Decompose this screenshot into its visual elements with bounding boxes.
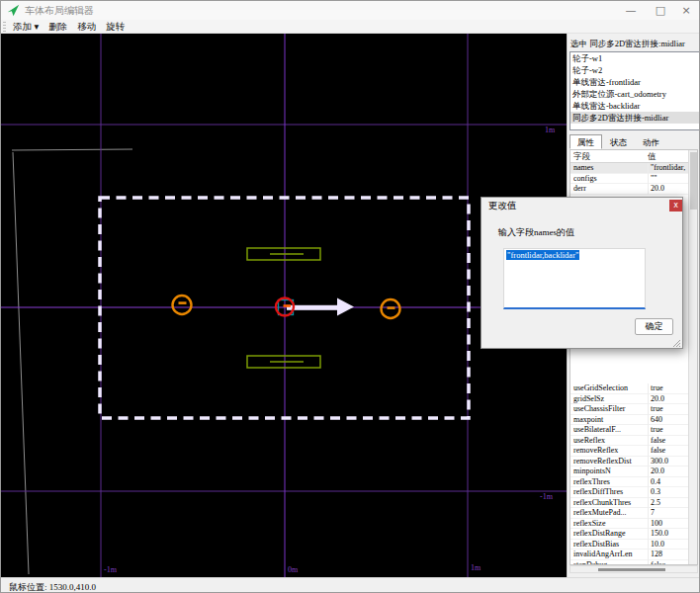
- minimize-button[interactable]: —: [616, 1, 646, 20]
- wheel-w1-dash: [179, 301, 187, 304]
- field-value-cell: true: [648, 404, 688, 415]
- table-row[interactable]: reflexDistBias 10.0: [570, 540, 688, 551]
- column-header-field: 字段: [573, 150, 590, 163]
- close-button[interactable]: ×: [671, 1, 700, 20]
- menu-item[interactable]: 移动: [77, 20, 96, 34]
- selection-header: 选中 同步多2D雷达拼接:midliar: [570, 39, 685, 50]
- field-name-cell: configs: [573, 174, 645, 185]
- table-row[interactable]: maxpoint 640: [570, 415, 688, 426]
- table-row[interactable]: configs "": [570, 174, 688, 185]
- field-value-cell: 2.5: [648, 498, 688, 509]
- dialog-title: 更改值: [488, 200, 517, 212]
- field-name-cell: invalidAngArrLen: [573, 550, 645, 560]
- field-name-cell: reflexDiffThres: [573, 487, 645, 498]
- panel-tabs: 属性状态动作: [569, 134, 700, 149]
- menu-item[interactable]: 添加 ▾: [13, 20, 39, 34]
- property-rows-top: names "frontlidar, configs "" derr 20.0: [570, 163, 688, 195]
- status-bar: 鼠标位置: 1530.0,410.0: [1, 577, 700, 593]
- field-value-cell: 150.0: [648, 529, 688, 540]
- horizontal-scrollbar-thumb[interactable]: [598, 568, 665, 571]
- field-value-cell: true: [648, 425, 688, 436]
- entity-list-item[interactable]: 单线雷达-backlidar: [570, 100, 699, 112]
- field-name-cell: removeReflex: [573, 446, 645, 457]
- field-value-cell: 0.4: [648, 477, 688, 488]
- table-row[interactable]: removeReflexDist 300.0: [570, 457, 688, 467]
- field-name-cell: reflexMutePad...: [573, 508, 645, 519]
- change-value-dialog: 更改值 x 输入字段names的值 "frontlidar,backlidar"…: [481, 197, 683, 349]
- table-row[interactable]: reflexDistRange 150.0: [570, 529, 688, 540]
- field-name-cell: derr: [573, 184, 645, 195]
- table-row[interactable]: derr 20.0: [570, 184, 688, 195]
- table-row[interactable]: useReflex false: [570, 436, 688, 447]
- column-header-value: 值: [648, 150, 656, 163]
- table-row[interactable]: reflexChunkThres 2.5: [570, 498, 688, 509]
- table-row[interactable]: invalidAngArrLen 128: [570, 550, 688, 560]
- axis-label-right-neg1m: -1m: [540, 492, 554, 501]
- wheel-w1-circle[interactable]: [173, 296, 192, 314]
- field-value-cell: true: [648, 383, 688, 394]
- field-name-cell: useBilateralF...: [573, 425, 645, 436]
- field-name-cell: maxpoint: [573, 415, 645, 426]
- ok-button[interactable]: 确定: [635, 318, 673, 335]
- mouse-position-text: 鼠标位置: 1530.0,410.0: [9, 581, 96, 593]
- resize-grip-icon[interactable]: [672, 339, 681, 348]
- field-name-cell: useChassisFilter: [573, 404, 645, 415]
- table-row[interactable]: gridSelSz 20.0: [570, 394, 688, 405]
- entity-list-item[interactable]: 同步多2D雷达拼接-midliar: [570, 112, 699, 124]
- entity-list[interactable]: 轮子-w1轮子-w2单线雷达-frontlidar外部定位源-cart_odom…: [569, 51, 700, 130]
- property-rows-bottom: useGridSelection true gridSelSz 20.0 use…: [570, 383, 688, 565]
- entity-list-item[interactable]: 轮子-w1: [570, 52, 699, 64]
- field-value-cell: 128: [648, 550, 688, 560]
- field-value-cell: "frontlidar,: [648, 163, 688, 174]
- table-row[interactable]: reflexMutePad... 7: [570, 508, 688, 519]
- dialog-close-button[interactable]: x: [669, 200, 682, 212]
- field-name-cell: removeReflexDist: [573, 457, 645, 467]
- field-value-cell: 100: [648, 519, 688, 530]
- table-row[interactable]: names "frontlidar,: [570, 163, 688, 174]
- field-value-cell: false: [648, 446, 688, 457]
- field-value-cell: 7: [648, 508, 688, 519]
- field-name-cell: reflexDistRange: [573, 529, 645, 540]
- table-row[interactable]: useGridSelection true: [570, 383, 688, 394]
- table-row[interactable]: reflexDiffThres 0.3: [570, 487, 688, 498]
- field-value-cell: 640: [648, 415, 688, 426]
- field-name-cell: minpointsN: [573, 466, 645, 477]
- field-value-cell: 0.3: [648, 487, 688, 498]
- field-value-cell: false: [648, 436, 688, 447]
- vertical-scrollbar[interactable]: [688, 150, 697, 564]
- value-input[interactable]: "frontlidar,backlidar": [503, 248, 646, 309]
- entity-list-item[interactable]: 外部定位源-cart_odometry: [570, 88, 699, 100]
- table-row[interactable]: useBilateralF... true: [570, 425, 688, 436]
- field-name-cell: reflexSize: [573, 519, 645, 530]
- midliar-marker-dash: [284, 304, 292, 307]
- field-name-cell: reflexThres: [573, 477, 645, 488]
- panel-tab[interactable]: 属性: [569, 134, 602, 149]
- panel-tab[interactable]: 动作: [635, 134, 667, 149]
- entity-list-item[interactable]: 轮子-w2: [570, 64, 699, 76]
- axis-label-bottom-pos1m: 1m: [471, 563, 481, 572]
- field-name-cell: names: [573, 163, 645, 174]
- axis-label-right-pos1m: 1m: [545, 126, 556, 134]
- menu-item[interactable]: 删除: [48, 20, 67, 34]
- table-row[interactable]: reflexSize 100: [570, 519, 688, 530]
- field-name-cell: useReflex: [573, 436, 645, 447]
- map-boundary-top-line: [12, 149, 132, 150]
- table-row[interactable]: minpointsN 20.0: [570, 466, 688, 477]
- panel-tab[interactable]: 状态: [602, 134, 635, 149]
- axis-label-bottom-0m: 0m: [288, 565, 299, 574]
- menu-item[interactable]: 旋转: [106, 20, 125, 34]
- field-value-cell: 20.0: [648, 394, 688, 405]
- table-row[interactable]: useChassisFilter true: [570, 404, 688, 415]
- dialog-prompt-label: 输入字段names的值: [498, 226, 574, 239]
- horizontal-scrollbar[interactable]: [569, 565, 698, 573]
- field-value-cell: 20.0: [648, 466, 688, 477]
- value-input-selected-text: "frontlidar,backlidar": [506, 250, 579, 260]
- vertical-scrollbar-thumb[interactable]: [690, 152, 697, 210]
- window-title: 车体布局编辑器: [25, 4, 94, 18]
- table-row[interactable]: removeReflex false: [570, 446, 688, 457]
- map-boundary-left-line: [13, 152, 29, 574]
- toolbar-grip: [3, 22, 6, 32]
- property-table-header: 字段 值: [570, 150, 688, 163]
- entity-list-item[interactable]: 单线雷达-frontlidar: [570, 76, 699, 88]
- table-row[interactable]: reflexThres 0.4: [570, 477, 688, 488]
